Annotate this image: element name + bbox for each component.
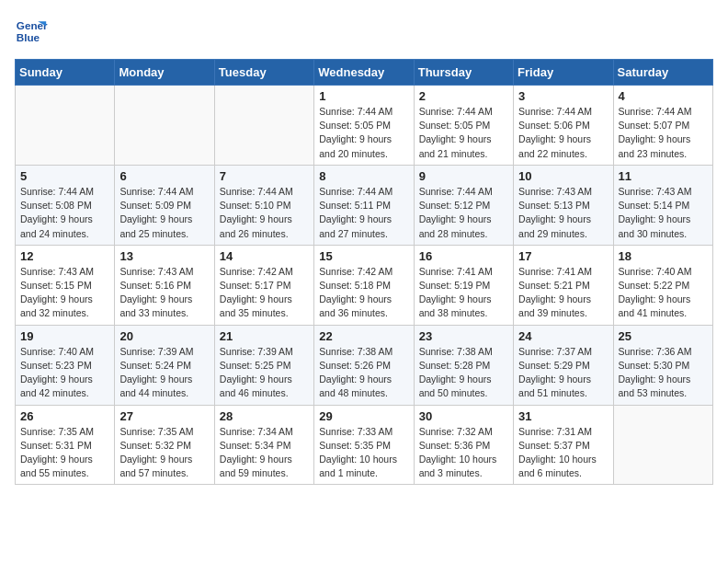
calendar-day-cell: 21Sunrise: 7:39 AM Sunset: 5:25 PM Dayli…: [214, 325, 313, 405]
calendar-day-cell: 24Sunrise: 7:37 AM Sunset: 5:29 PM Dayli…: [514, 325, 613, 405]
calendar-day-cell: [613, 405, 712, 485]
calendar-day-cell: 2Sunrise: 7:44 AM Sunset: 5:05 PM Daylig…: [414, 86, 513, 166]
day-number: 16: [419, 249, 508, 263]
calendar-day-cell: 29Sunrise: 7:33 AM Sunset: 5:35 PM Dayli…: [314, 405, 414, 485]
calendar-day-cell: 28Sunrise: 7:34 AM Sunset: 5:34 PM Dayli…: [214, 405, 313, 485]
day-info: Sunrise: 7:37 AM Sunset: 5:29 PM Dayligh…: [518, 345, 608, 401]
calendar-day-cell: [115, 86, 214, 166]
calendar-day-cell: 30Sunrise: 7:32 AM Sunset: 5:36 PM Dayli…: [414, 405, 513, 485]
calendar-week-row: 5Sunrise: 7:44 AM Sunset: 5:08 PM Daylig…: [16, 165, 713, 245]
day-number: 26: [20, 409, 109, 423]
calendar-day-cell: 15Sunrise: 7:42 AM Sunset: 5:18 PM Dayli…: [314, 245, 414, 325]
day-number: 3: [518, 89, 608, 103]
day-number: 22: [319, 329, 408, 343]
day-number: 1: [319, 89, 408, 103]
day-number: 10: [518, 169, 608, 183]
day-info: Sunrise: 7:39 AM Sunset: 5:25 PM Dayligh…: [220, 345, 309, 401]
logo-icon: General Blue: [15, 15, 48, 48]
day-number: 17: [518, 249, 608, 263]
day-info: Sunrise: 7:44 AM Sunset: 5:05 PM Dayligh…: [319, 105, 408, 161]
day-info: Sunrise: 7:42 AM Sunset: 5:17 PM Dayligh…: [220, 265, 309, 321]
day-number: 20: [119, 329, 209, 343]
day-number: 12: [20, 249, 109, 263]
day-number: 9: [419, 169, 508, 183]
calendar-week-row: 12Sunrise: 7:43 AM Sunset: 5:15 PM Dayli…: [16, 245, 713, 325]
day-of-week-header: Thursday: [414, 60, 513, 86]
calendar-day-cell: 31Sunrise: 7:31 AM Sunset: 5:37 PM Dayli…: [514, 405, 613, 485]
day-info: Sunrise: 7:38 AM Sunset: 5:26 PM Dayligh…: [319, 345, 408, 401]
day-number: 28: [220, 409, 309, 423]
calendar-day-cell: 11Sunrise: 7:43 AM Sunset: 5:14 PM Dayli…: [613, 165, 712, 245]
day-info: Sunrise: 7:44 AM Sunset: 5:11 PM Dayligh…: [319, 185, 408, 241]
day-info: Sunrise: 7:33 AM Sunset: 5:35 PM Dayligh…: [319, 425, 408, 481]
page-header: General Blue: [15, 15, 713, 48]
day-info: Sunrise: 7:44 AM Sunset: 5:06 PM Dayligh…: [518, 105, 608, 161]
day-number: 31: [518, 409, 608, 423]
day-of-week-header: Sunday: [16, 60, 115, 86]
day-number: 14: [220, 249, 309, 263]
calendar-day-cell: 8Sunrise: 7:44 AM Sunset: 5:11 PM Daylig…: [314, 165, 414, 245]
day-info: Sunrise: 7:34 AM Sunset: 5:34 PM Dayligh…: [220, 425, 309, 481]
day-number: 23: [419, 329, 508, 343]
svg-text:Blue: Blue: [17, 31, 40, 43]
day-info: Sunrise: 7:44 AM Sunset: 5:07 PM Dayligh…: [619, 105, 708, 161]
calendar-header-row: SundayMondayTuesdayWednesdayThursdayFrid…: [16, 60, 713, 86]
calendar-day-cell: 17Sunrise: 7:41 AM Sunset: 5:21 PM Dayli…: [514, 245, 613, 325]
day-number: 21: [220, 329, 309, 343]
day-info: Sunrise: 7:43 AM Sunset: 5:14 PM Dayligh…: [619, 185, 708, 241]
calendar-week-row: 1Sunrise: 7:44 AM Sunset: 5:05 PM Daylig…: [16, 86, 713, 166]
day-info: Sunrise: 7:31 AM Sunset: 5:37 PM Dayligh…: [518, 425, 608, 481]
calendar-day-cell: 4Sunrise: 7:44 AM Sunset: 5:07 PM Daylig…: [613, 86, 712, 166]
day-info: Sunrise: 7:44 AM Sunset: 5:09 PM Dayligh…: [119, 185, 209, 241]
day-of-week-header: Friday: [514, 60, 613, 86]
calendar-day-cell: 25Sunrise: 7:36 AM Sunset: 5:30 PM Dayli…: [613, 325, 712, 405]
day-info: Sunrise: 7:35 AM Sunset: 5:31 PM Dayligh…: [20, 425, 109, 481]
calendar-day-cell: 6Sunrise: 7:44 AM Sunset: 5:09 PM Daylig…: [115, 165, 214, 245]
day-info: Sunrise: 7:39 AM Sunset: 5:24 PM Dayligh…: [119, 345, 209, 401]
svg-text:General: General: [17, 19, 48, 31]
calendar-day-cell: 22Sunrise: 7:38 AM Sunset: 5:26 PM Dayli…: [314, 325, 414, 405]
day-number: 11: [619, 169, 708, 183]
day-number: 24: [518, 329, 608, 343]
day-number: 7: [220, 169, 309, 183]
logo: General Blue: [15, 15, 51, 48]
day-info: Sunrise: 7:44 AM Sunset: 5:05 PM Dayligh…: [419, 105, 508, 161]
day-number: 2: [419, 89, 508, 103]
calendar-day-cell: 19Sunrise: 7:40 AM Sunset: 5:23 PM Dayli…: [16, 325, 115, 405]
calendar-day-cell: 3Sunrise: 7:44 AM Sunset: 5:06 PM Daylig…: [514, 86, 613, 166]
day-of-week-header: Wednesday: [314, 60, 414, 86]
day-info: Sunrise: 7:36 AM Sunset: 5:30 PM Dayligh…: [619, 345, 708, 401]
day-info: Sunrise: 7:44 AM Sunset: 5:08 PM Dayligh…: [20, 185, 109, 241]
day-number: 27: [119, 409, 209, 423]
day-number: 15: [319, 249, 408, 263]
day-info: Sunrise: 7:44 AM Sunset: 5:12 PM Dayligh…: [419, 185, 508, 241]
day-info: Sunrise: 7:42 AM Sunset: 5:18 PM Dayligh…: [319, 265, 408, 321]
day-of-week-header: Monday: [115, 60, 214, 86]
day-info: Sunrise: 7:43 AM Sunset: 5:13 PM Dayligh…: [518, 185, 608, 241]
day-number: 6: [119, 169, 209, 183]
calendar-day-cell: 26Sunrise: 7:35 AM Sunset: 5:31 PM Dayli…: [16, 405, 115, 485]
calendar-week-row: 19Sunrise: 7:40 AM Sunset: 5:23 PM Dayli…: [16, 325, 713, 405]
day-info: Sunrise: 7:35 AM Sunset: 5:32 PM Dayligh…: [119, 425, 209, 481]
calendar-day-cell: 16Sunrise: 7:41 AM Sunset: 5:19 PM Dayli…: [414, 245, 513, 325]
day-number: 30: [419, 409, 508, 423]
day-number: 13: [119, 249, 209, 263]
calendar-day-cell: 14Sunrise: 7:42 AM Sunset: 5:17 PM Dayli…: [214, 245, 313, 325]
calendar-day-cell: 13Sunrise: 7:43 AM Sunset: 5:16 PM Dayli…: [115, 245, 214, 325]
day-info: Sunrise: 7:41 AM Sunset: 5:21 PM Dayligh…: [518, 265, 608, 321]
day-info: Sunrise: 7:41 AM Sunset: 5:19 PM Dayligh…: [419, 265, 508, 321]
calendar-day-cell: 7Sunrise: 7:44 AM Sunset: 5:10 PM Daylig…: [214, 165, 313, 245]
day-number: 19: [20, 329, 109, 343]
calendar-day-cell: 12Sunrise: 7:43 AM Sunset: 5:15 PM Dayli…: [16, 245, 115, 325]
day-info: Sunrise: 7:43 AM Sunset: 5:16 PM Dayligh…: [119, 265, 209, 321]
calendar-day-cell: 23Sunrise: 7:38 AM Sunset: 5:28 PM Dayli…: [414, 325, 513, 405]
day-info: Sunrise: 7:32 AM Sunset: 5:36 PM Dayligh…: [419, 425, 508, 481]
day-info: Sunrise: 7:43 AM Sunset: 5:15 PM Dayligh…: [20, 265, 109, 321]
calendar-day-cell: [214, 86, 313, 166]
calendar-day-cell: 27Sunrise: 7:35 AM Sunset: 5:32 PM Dayli…: [115, 405, 214, 485]
calendar-week-row: 26Sunrise: 7:35 AM Sunset: 5:31 PM Dayli…: [16, 405, 713, 485]
calendar-day-cell: 9Sunrise: 7:44 AM Sunset: 5:12 PM Daylig…: [414, 165, 513, 245]
calendar-day-cell: 10Sunrise: 7:43 AM Sunset: 5:13 PM Dayli…: [514, 165, 613, 245]
day-info: Sunrise: 7:44 AM Sunset: 5:10 PM Dayligh…: [220, 185, 309, 241]
day-of-week-header: Saturday: [613, 60, 712, 86]
